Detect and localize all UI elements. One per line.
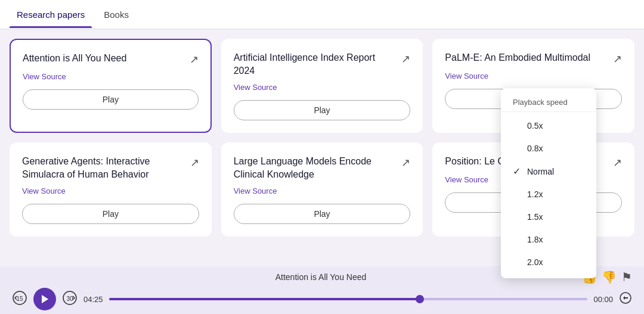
svg-marker-2 (42, 295, 48, 303)
thumbs-down-icon[interactable]: 👎 (602, 270, 617, 284)
play-button-llm-clinical[interactable]: Play (234, 204, 411, 224)
speed-option-0.5x[interactable]: 0.5x (501, 114, 596, 137)
card-header: PaLM-E: An Embodied Multimodal ↗ (445, 51, 622, 66)
card-header: Artificial Intelligence Index Report 202… (234, 51, 411, 77)
share-icon[interactable]: ↗ (401, 156, 410, 169)
playback-speed-icon[interactable] (619, 291, 632, 307)
card-ai-index: Artificial Intelligence Index Report 202… (221, 39, 423, 133)
progress-track[interactable] (109, 298, 588, 300)
progress-fill (109, 298, 420, 300)
play-button-attention[interactable]: Play (23, 89, 199, 110)
speed-option-1.2x[interactable]: 1.2x (501, 183, 596, 206)
card-llm-clinical: Large Language Models Encode Clinical Kn… (221, 142, 423, 237)
svg-text:15: 15 (16, 296, 23, 302)
play-button-gen-agents[interactable]: Play (22, 204, 199, 224)
check-mark (513, 120, 522, 131)
flag-icon[interactable]: ⚑ (621, 270, 632, 284)
check-mark (513, 143, 522, 154)
speed-option-2.0x[interactable]: 2.0x (501, 251, 596, 273)
player-controls: 15 30 04:25 00:00 (12, 288, 632, 310)
speed-option-normal[interactable]: ✓ Normal (501, 160, 596, 183)
card-attention: Attention is All You Need ↗ View Source … (10, 39, 212, 133)
rewind-icon[interactable]: 15 (12, 290, 27, 309)
check-mark (513, 189, 522, 200)
view-source-attention[interactable]: View Source (23, 72, 199, 81)
card-gen-agents: Generative Agents: Interactive Simulacra… (10, 142, 212, 237)
progress-thumb (416, 295, 424, 303)
playback-speed-dropdown: Playback speed 0.5x 0.8x ✓ Normal 1.2x 1… (501, 88, 596, 278)
share-icon[interactable]: ↗ (613, 156, 622, 169)
view-source-ai-index[interactable]: View Source (234, 83, 411, 92)
check-mark-active: ✓ (513, 166, 522, 177)
svg-text:30: 30 (66, 296, 73, 302)
tab-books[interactable]: Books (97, 1, 136, 28)
speed-option-0.8x[interactable]: 0.8x (501, 137, 596, 160)
view-source-gen-agents[interactable]: View Source (22, 186, 199, 195)
elapsed-time: 04:25 (83, 295, 103, 304)
share-icon[interactable]: ↗ (190, 53, 199, 66)
share-icon[interactable]: ↗ (190, 156, 199, 169)
card-title-attention: Attention is All You Need (23, 52, 184, 65)
tab-research-papers[interactable]: Research papers (10, 1, 92, 28)
remaining-time: 00:00 (593, 295, 613, 304)
share-icon[interactable]: ↗ (401, 52, 410, 66)
view-source-llm-clinical[interactable]: View Source (234, 186, 411, 195)
tabs-bar: Research papers Books (0, 0, 644, 29)
speed-option-1.8x[interactable]: 1.8x (501, 228, 596, 251)
playback-speed-title: Playback speed (501, 93, 596, 112)
card-title-ai-index: Artificial Intelligence Index Report 202… (234, 51, 396, 77)
card-title-gen-agents: Generative Agents: Interactive Simulacra… (22, 155, 184, 181)
card-header: Large Language Models Encode Clinical Kn… (234, 155, 411, 181)
share-icon[interactable]: ↗ (613, 52, 622, 66)
check-mark (513, 234, 522, 245)
view-source-palm-e[interactable]: View Source (445, 71, 622, 80)
play-pause-button[interactable] (33, 288, 56, 310)
card-title-palm-e: PaLM-E: An Embodied Multimodal (445, 51, 607, 64)
play-button-ai-index[interactable]: Play (234, 100, 411, 120)
card-header: Generative Agents: Interactive Simulacra… (22, 155, 199, 181)
forward-icon[interactable]: 30 (62, 290, 78, 309)
check-mark (513, 257, 522, 268)
card-title-llm-clinical: Large Language Models Encode Clinical Kn… (234, 155, 396, 181)
speed-option-1.5x[interactable]: 1.5x (501, 206, 596, 228)
card-header: Attention is All You Need ↗ (23, 52, 199, 66)
check-mark (513, 212, 522, 222)
